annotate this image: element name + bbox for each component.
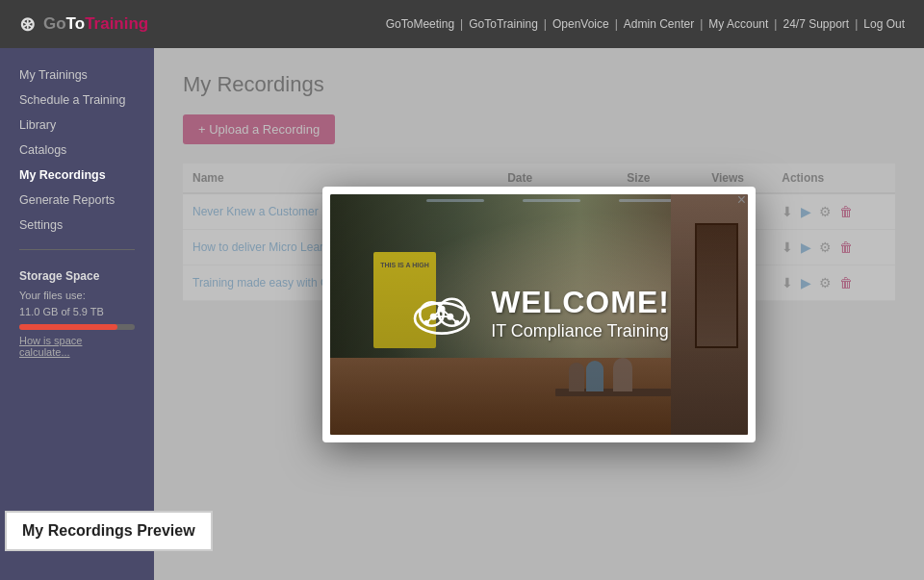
sidebar-item-my-trainings[interactable]: My Trainings [0, 63, 154, 88]
welcome-subtitle: IT Compliance Training [491, 321, 670, 341]
nav-link-gototraining[interactable]: GoToTraining [469, 17, 538, 31]
storage-used-label: Your files use: [19, 288, 135, 304]
preview-label-text: My Recordings Preview [22, 522, 195, 539]
sidebar-item-schedule-training[interactable]: Schedule a Training [0, 88, 154, 113]
cloud-icon [408, 288, 475, 340]
welcome-title: WELCOME! [491, 287, 670, 317]
nav-link-admin[interactable]: Admin Center [624, 17, 694, 31]
top-nav-links: GoToMeeting | GoToTraining | OpenVoice |… [386, 17, 905, 31]
sidebar-divider [19, 249, 135, 250]
content-area: My Recordings + Upload a Recording Name … [154, 48, 924, 580]
sidebar-item-generate-reports[interactable]: Generate Reports [0, 188, 154, 213]
modal-close-button[interactable]: × [737, 192, 746, 208]
modal-backdrop[interactable]: × THIS IS A HIGH [154, 48, 924, 580]
logo: ⊛ GoToTraining [19, 13, 148, 36]
preview-label-box: My Recordings Preview [5, 511, 213, 551]
top-navigation: ⊛ GoToTraining GoToMeeting | GoToTrainin… [0, 0, 924, 48]
storage-title: Storage Space [19, 269, 135, 283]
logo-icon: ⊛ [19, 13, 36, 36]
sidebar-item-library[interactable]: Library [0, 113, 154, 138]
storage-section: Storage Space Your files use: 11.0 GB of… [0, 262, 154, 366]
sidebar: My Trainings Schedule a Training Library… [0, 48, 154, 580]
sidebar-item-catalogs[interactable]: Catalogs [0, 138, 154, 163]
nav-link-logout[interactable]: Log Out [863, 17, 905, 31]
welcome-text-block: WELCOME! IT Compliance Training [491, 287, 670, 341]
nav-link-gotomeeting[interactable]: GoToMeeting [386, 17, 454, 31]
storage-bar-fill [19, 324, 117, 330]
welcome-text-overlay: WELCOME! IT Compliance Training [389, 267, 689, 361]
main-layout: My Trainings Schedule a Training Library… [0, 48, 924, 580]
storage-used-amount: 11.0 GB of 5.9 TB [19, 304, 135, 320]
storage-bar-background [19, 324, 135, 330]
preview-modal: × THIS IS A HIGH [322, 187, 756, 442]
storage-calc-link[interactable]: How is space calculate... [19, 335, 135, 358]
sidebar-item-settings[interactable]: Settings [0, 213, 154, 238]
nav-link-openvoice[interactable]: OpenVoice [552, 17, 609, 31]
sidebar-item-my-recordings[interactable]: My Recordings [0, 163, 154, 188]
nav-link-account[interactable]: My Account [708, 17, 768, 31]
video-preview-area: THIS IS A HIGH [330, 194, 748, 435]
nav-link-support[interactable]: 24/7 Support [783, 17, 849, 31]
app-name: GoToTraining [43, 14, 148, 34]
